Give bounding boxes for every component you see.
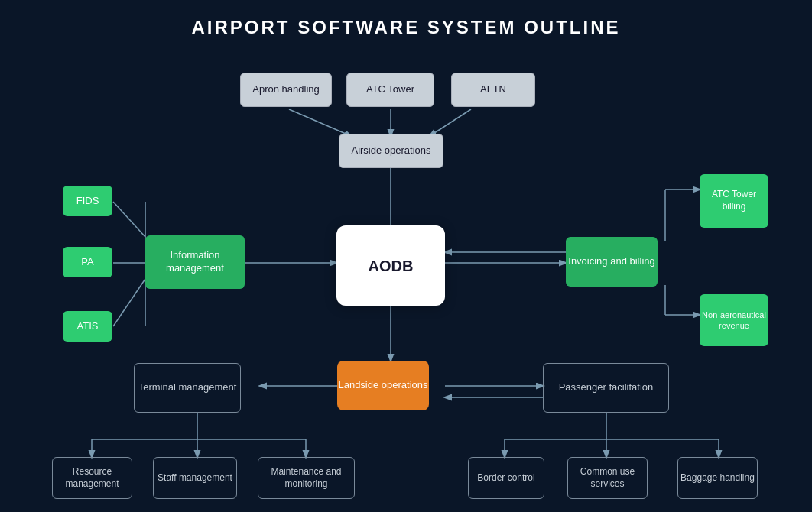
svg-line-4: [113, 202, 145, 237]
svg-line-2: [430, 109, 471, 136]
aftn-node: AFTN: [451, 73, 535, 107]
resource-management-node: Resource management: [52, 457, 132, 499]
apron-handling-node: Apron handling: [240, 73, 332, 107]
atc-tower-billing-node: ATC Tower billing: [700, 174, 768, 228]
fids-node: FIDS: [63, 186, 112, 216]
staff-management-node: Staff management: [153, 457, 237, 499]
landside-operations-node: Landside operations: [337, 361, 429, 410]
airside-operations-node: Airside operations: [339, 134, 443, 168]
atc-tower-node: ATC Tower: [346, 73, 434, 107]
pa-node: PA: [63, 247, 112, 277]
terminal-management-node: Terminal management: [134, 363, 241, 413]
border-control-node: Border control: [468, 457, 544, 499]
passenger-facilitation-node: Passenger facilitation: [543, 363, 669, 413]
page-title: AIRPORT SOFTWARE SYSTEM OUTLINE: [0, 0, 812, 46]
svg-line-0: [289, 109, 351, 136]
aodb-node: AODB: [336, 225, 445, 306]
information-management-node: Information management: [145, 235, 245, 289]
atis-node: ATIS: [63, 311, 112, 342]
invoicing-billing-node: Invoicing and billing: [566, 237, 658, 287]
non-aeronautical-node: Non-aeronautical revenue: [700, 294, 768, 346]
common-use-services-node: Common use services: [567, 457, 648, 499]
svg-line-6: [113, 279, 145, 326]
baggage-handling-node: Baggage handling: [677, 457, 758, 499]
maintenance-monitoring-node: Maintenance and monitoring: [258, 457, 355, 499]
